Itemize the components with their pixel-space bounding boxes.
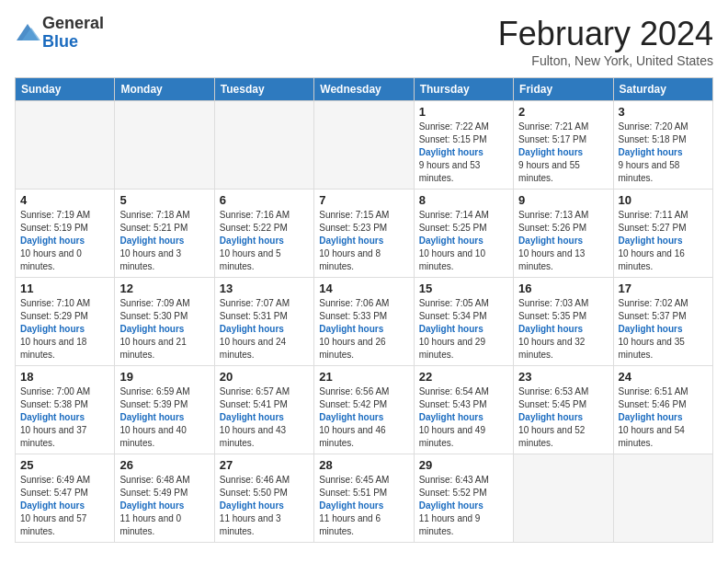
- day-number: 7: [319, 193, 408, 207]
- day-number: 8: [419, 193, 508, 207]
- day-info: Sunrise: 7:10 AM Sunset: 5:29 PM Dayligh…: [20, 297, 109, 362]
- day-info: Sunrise: 6:51 AM Sunset: 5:46 PM Dayligh…: [619, 385, 708, 450]
- calendar-day-cell: 29Sunrise: 6:43 AM Sunset: 5:52 PM Dayli…: [414, 454, 513, 543]
- daylight-label: Daylight hours: [220, 500, 284, 511]
- calendar-day-cell: 25Sunrise: 6:49 AM Sunset: 5:47 PM Dayli…: [16, 454, 115, 543]
- calendar-day-cell: [314, 101, 414, 190]
- day-info: Sunrise: 6:53 AM Sunset: 5:45 PM Dayligh…: [518, 385, 608, 450]
- daylight-label: Daylight hours: [319, 412, 383, 422]
- day-number: 26: [119, 458, 209, 472]
- calendar-week-row: 1Sunrise: 7:22 AM Sunset: 5:15 PM Daylig…: [16, 101, 713, 190]
- daylight-label: Daylight hours: [419, 500, 483, 511]
- day-number: 17: [619, 282, 708, 295]
- calendar-week-row: 4Sunrise: 7:19 AM Sunset: 5:19 PM Daylig…: [16, 190, 713, 278]
- day-number: 1: [419, 105, 508, 119]
- calendar-day-cell: 16Sunrise: 7:03 AM Sunset: 5:35 PM Dayli…: [514, 278, 613, 366]
- calendar-day-cell: 20Sunrise: 6:57 AM Sunset: 5:41 PM Dayli…: [214, 366, 313, 454]
- daylight-label: Daylight hours: [20, 412, 85, 422]
- day-info: Sunrise: 7:21 AM Sunset: 5:17 PM Dayligh…: [518, 121, 608, 185]
- col-saturday: Saturday: [613, 78, 712, 101]
- day-number: 28: [319, 458, 408, 472]
- daylight-label: Daylight hours: [518, 412, 583, 422]
- day-info: Sunrise: 6:59 AM Sunset: 5:39 PM Dayligh…: [119, 385, 209, 450]
- calendar-day-cell: 22Sunrise: 6:54 AM Sunset: 5:43 PM Dayli…: [414, 366, 513, 454]
- day-info: Sunrise: 7:19 AM Sunset: 5:19 PM Dayligh…: [20, 209, 109, 273]
- calendar-week-row: 18Sunrise: 7:00 AM Sunset: 5:38 PM Dayli…: [16, 366, 713, 454]
- daylight-label: Daylight hours: [619, 236, 683, 246]
- calendar-day-cell: 19Sunrise: 6:59 AM Sunset: 5:39 PM Dayli…: [115, 366, 214, 454]
- calendar-day-cell: 26Sunrise: 6:48 AM Sunset: 5:49 PM Dayli…: [115, 454, 214, 543]
- calendar-day-cell: [613, 454, 712, 543]
- col-sunday: Sunday: [16, 78, 115, 101]
- day-info: Sunrise: 7:14 AM Sunset: 5:25 PM Dayligh…: [419, 209, 508, 273]
- day-info: Sunrise: 7:22 AM Sunset: 5:15 PM Dayligh…: [419, 121, 508, 185]
- day-info: Sunrise: 7:11 AM Sunset: 5:27 PM Dayligh…: [619, 209, 708, 273]
- daylight-label: Daylight hours: [518, 236, 583, 246]
- day-info: Sunrise: 6:48 AM Sunset: 5:49 PM Dayligh…: [119, 474, 209, 538]
- col-friday: Friday: [514, 78, 613, 101]
- calendar-week-row: 25Sunrise: 6:49 AM Sunset: 5:47 PM Dayli…: [16, 454, 713, 543]
- day-number: 9: [518, 193, 608, 207]
- logo-icon: [15, 20, 40, 46]
- logo: General Blue: [15, 15, 104, 52]
- month-title: February 2024: [498, 15, 713, 53]
- day-number: 5: [119, 193, 209, 207]
- day-info: Sunrise: 7:03 AM Sunset: 5:35 PM Dayligh…: [518, 297, 608, 362]
- calendar-header-row: Sunday Monday Tuesday Wednesday Thursday…: [16, 78, 713, 101]
- calendar-day-cell: 3Sunrise: 7:20 AM Sunset: 5:18 PM Daylig…: [613, 101, 712, 190]
- day-number: 21: [319, 370, 408, 384]
- calendar-day-cell: 21Sunrise: 6:56 AM Sunset: 5:42 PM Dayli…: [314, 366, 414, 454]
- daylight-label: Daylight hours: [220, 412, 284, 422]
- day-info: Sunrise: 6:56 AM Sunset: 5:42 PM Dayligh…: [319, 385, 408, 450]
- daylight-label: Daylight hours: [419, 324, 483, 334]
- day-info: Sunrise: 7:09 AM Sunset: 5:30 PM Dayligh…: [119, 297, 209, 362]
- day-info: Sunrise: 7:00 AM Sunset: 5:38 PM Dayligh…: [20, 385, 109, 450]
- day-info: Sunrise: 7:15 AM Sunset: 5:23 PM Dayligh…: [319, 209, 408, 273]
- calendar-day-cell: 6Sunrise: 7:16 AM Sunset: 5:22 PM Daylig…: [214, 190, 313, 278]
- daylight-label: Daylight hours: [619, 324, 683, 334]
- day-number: 19: [119, 370, 209, 384]
- day-info: Sunrise: 6:46 AM Sunset: 5:50 PM Dayligh…: [220, 474, 309, 538]
- calendar-day-cell: 4Sunrise: 7:19 AM Sunset: 5:19 PM Daylig…: [16, 190, 115, 278]
- calendar-day-cell: 28Sunrise: 6:45 AM Sunset: 5:51 PM Dayli…: [314, 454, 414, 543]
- day-number: 16: [518, 282, 608, 295]
- calendar-day-cell: [514, 454, 613, 543]
- logo-text: General Blue: [42, 15, 104, 52]
- calendar-day-cell: [16, 101, 115, 190]
- col-tuesday: Tuesday: [214, 78, 313, 101]
- day-info: Sunrise: 7:05 AM Sunset: 5:34 PM Dayligh…: [419, 297, 508, 362]
- day-number: 13: [220, 282, 309, 295]
- daylight-label: Daylight hours: [20, 236, 85, 246]
- day-number: 6: [220, 193, 309, 207]
- calendar-day-cell: 1Sunrise: 7:22 AM Sunset: 5:15 PM Daylig…: [414, 101, 513, 190]
- day-number: 27: [220, 458, 309, 472]
- daylight-label: Daylight hours: [220, 324, 284, 334]
- logo-blue-text: Blue: [42, 33, 104, 52]
- day-info: Sunrise: 7:06 AM Sunset: 5:33 PM Dayligh…: [319, 297, 408, 362]
- day-info: Sunrise: 7:13 AM Sunset: 5:26 PM Dayligh…: [518, 209, 608, 273]
- day-number: 11: [20, 282, 109, 295]
- calendar-day-cell: [214, 101, 313, 190]
- day-info: Sunrise: 7:02 AM Sunset: 5:37 PM Dayligh…: [619, 297, 708, 362]
- daylight-label: Daylight hours: [619, 412, 683, 422]
- day-number: 29: [419, 458, 508, 472]
- daylight-label: Daylight hours: [419, 147, 483, 157]
- day-number: 22: [419, 370, 508, 384]
- calendar-day-cell: 18Sunrise: 7:00 AM Sunset: 5:38 PM Dayli…: [16, 366, 115, 454]
- day-number: 15: [419, 282, 508, 295]
- calendar-day-cell: 2Sunrise: 7:21 AM Sunset: 5:17 PM Daylig…: [514, 101, 613, 190]
- day-number: 14: [319, 282, 408, 295]
- calendar-day-cell: 17Sunrise: 7:02 AM Sunset: 5:37 PM Dayli…: [613, 278, 712, 366]
- daylight-label: Daylight hours: [119, 412, 184, 422]
- daylight-label: Daylight hours: [20, 324, 85, 334]
- calendar-day-cell: 14Sunrise: 7:06 AM Sunset: 5:33 PM Dayli…: [314, 278, 414, 366]
- col-wednesday: Wednesday: [314, 78, 414, 101]
- calendar-day-cell: 23Sunrise: 6:53 AM Sunset: 5:45 PM Dayli…: [514, 366, 613, 454]
- day-info: Sunrise: 6:57 AM Sunset: 5:41 PM Dayligh…: [220, 385, 309, 450]
- day-number: 12: [119, 282, 209, 295]
- day-number: 24: [619, 370, 708, 384]
- daylight-label: Daylight hours: [419, 236, 483, 246]
- calendar-day-cell: 11Sunrise: 7:10 AM Sunset: 5:29 PM Dayli…: [16, 278, 115, 366]
- daylight-label: Daylight hours: [119, 236, 184, 246]
- daylight-label: Daylight hours: [319, 500, 383, 511]
